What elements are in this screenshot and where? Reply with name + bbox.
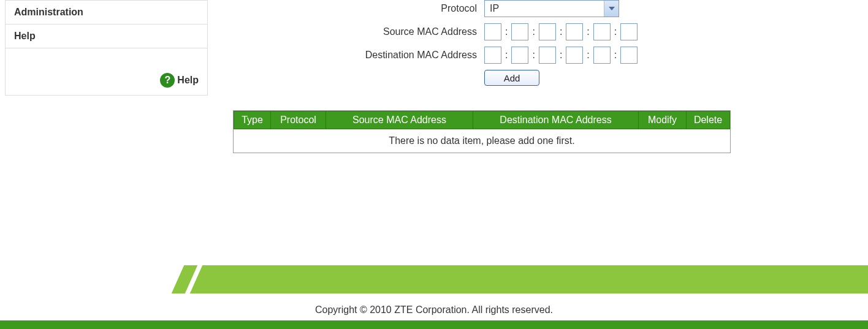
chevron-down-icon — [604, 1, 619, 17]
mac-separator: : — [532, 26, 535, 37]
source-mac-input-6[interactable] — [620, 23, 638, 40]
mac-separator: : — [532, 50, 535, 61]
sidebar-help-area: ? Help — [6, 48, 207, 95]
protocol-select[interactable]: IP — [484, 0, 619, 17]
question-icon: ? — [160, 73, 175, 88]
source-mac-row: Source MAC Address : : : : : — [233, 23, 858, 40]
mac-separator: : — [614, 50, 617, 61]
footer-line — [0, 320, 868, 329]
footer-decoration — [178, 265, 857, 293]
source-mac-input-3[interactable] — [539, 23, 556, 40]
protocol-row: Protocol IP — [233, 0, 858, 17]
table-header-modify: Modify — [639, 112, 687, 129]
dest-mac-row: Destination MAC Address : : : : : — [233, 47, 858, 64]
mac-separator: : — [505, 50, 508, 61]
footer-stripe — [208, 265, 868, 293]
main-content: Protocol IP Source MAC Address : : : : : — [233, 0, 858, 153]
add-button[interactable]: Add — [484, 70, 539, 86]
source-mac-field: : : : : : — [484, 23, 638, 40]
dest-mac-input-5[interactable] — [593, 47, 611, 64]
mac-separator: : — [560, 26, 562, 37]
help-link-label: Help — [177, 75, 199, 86]
mac-separator: : — [505, 26, 508, 37]
source-mac-input-5[interactable] — [593, 23, 611, 40]
dest-mac-input-2[interactable] — [511, 47, 528, 64]
mac-separator: : — [587, 26, 589, 37]
protocol-label: Protocol — [233, 3, 484, 14]
add-button-row: Add — [233, 70, 858, 86]
table-header-protocol: Protocol — [271, 112, 326, 129]
source-mac-input-1[interactable] — [484, 23, 501, 40]
table-header-srcmac: Source MAC Address — [326, 112, 473, 129]
source-mac-input-2[interactable] — [511, 23, 528, 40]
source-mac-label: Source MAC Address — [233, 26, 484, 37]
table-header-dstmac: Destination MAC Address — [473, 112, 639, 129]
protocol-select-value: IP — [485, 3, 604, 14]
table-empty-message: There is no data item, please add one fi… — [234, 129, 730, 153]
sidebar: Administration Help ? Help — [5, 0, 208, 96]
mac-separator: : — [560, 50, 562, 61]
help-link[interactable]: ? Help — [160, 73, 199, 88]
dest-mac-field: : : : : : — [484, 47, 638, 64]
sidebar-item-administration[interactable]: Administration — [6, 0, 207, 24]
footer: Copyright © 2010 ZTE Corporation. All ri… — [0, 265, 868, 329]
table-header: Type Protocol Source MAC Address Destina… — [234, 111, 730, 129]
table-header-type: Type — [234, 112, 271, 129]
rules-table: Type Protocol Source MAC Address Destina… — [233, 110, 731, 153]
dest-mac-input-3[interactable] — [539, 47, 556, 64]
dest-mac-input-4[interactable] — [566, 47, 583, 64]
dest-mac-input-1[interactable] — [484, 47, 501, 64]
dest-mac-label: Destination MAC Address — [233, 50, 484, 61]
dest-mac-input-6[interactable] — [620, 47, 638, 64]
sidebar-item-help[interactable]: Help — [6, 24, 207, 48]
copyright-text: Copyright © 2010 ZTE Corporation. All ri… — [0, 293, 868, 320]
mac-separator: : — [587, 50, 589, 61]
mac-separator: : — [614, 26, 617, 37]
table-header-delete: Delete — [687, 112, 729, 129]
source-mac-input-4[interactable] — [566, 23, 583, 40]
